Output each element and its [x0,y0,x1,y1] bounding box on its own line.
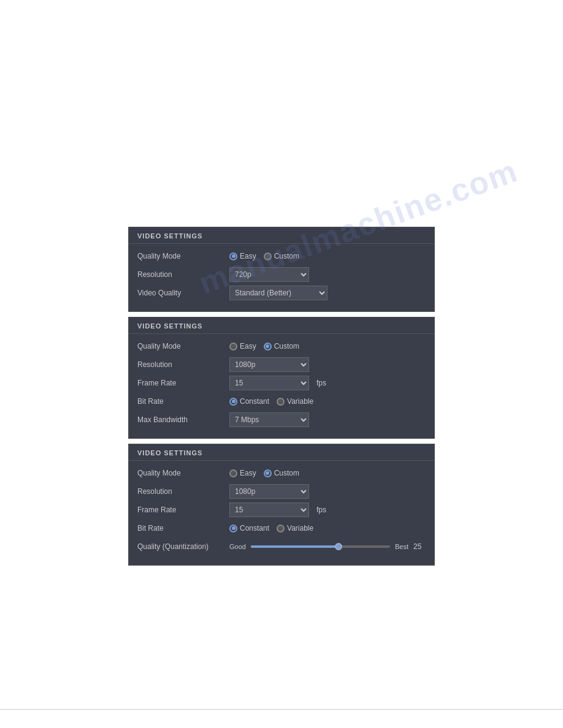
video-quality-label-1: Video Quality [137,289,229,297]
resolution-label-2: Resolution [137,360,229,369]
frame-rate-label-3: Frame Rate [137,506,229,514]
slider-track-3[interactable] [251,545,390,548]
bit-rate-label-3: Bit Rate [137,524,229,533]
panel-title-1: VIDEO SETTINGS [129,227,434,244]
fps-label-3: fps [316,506,326,514]
radio-variable-label-2: Variable [287,397,313,406]
radio-constant-circle-2 [229,398,237,406]
quality-quant-row-3: Quality (Quantization) Good Best 25 [137,539,426,554]
video-settings-panel-1: VIDEO SETTINGS Quality Mode Easy Custom [128,227,435,312]
slider-good-label-3: Good [229,543,246,550]
radio-easy-1[interactable]: Easy [229,252,256,260]
frame-rate-select-3[interactable]: 15 30 60 [229,502,309,517]
quality-mode-label-2: Quality Mode [137,342,229,351]
frame-rate-control-2: 15 30 60 fps [229,376,426,390]
quality-quant-label-3: Quality (Quantization) [137,542,229,551]
panel-body-2: Quality Mode Easy Custom Resolution [129,334,434,438]
bottom-divider [0,709,563,710]
radio-custom-label-1: Custom [274,252,299,260]
quality-mode-row-3: Quality Mode Easy Custom [137,466,426,480]
resolution-select-3[interactable]: 1080p 720p 480p [229,484,309,499]
radio-variable-circle-2 [277,398,285,406]
bit-rate-row-2: Bit Rate Constant Variable [137,394,426,409]
radio-custom-circle-2 [264,343,272,351]
slider-thumb-3[interactable] [335,543,342,550]
quality-mode-controls-2: Easy Custom [229,342,426,351]
quality-mode-label-1: Quality Mode [137,252,229,260]
panel-title-2: VIDEO SETTINGS [129,317,434,334]
quality-mode-row-2: Quality Mode Easy Custom [137,339,426,354]
radio-easy-circle-3 [229,469,237,477]
bit-rate-row-3: Bit Rate Constant Variable [137,521,426,536]
radio-constant-label-2: Constant [240,397,269,406]
radio-constant-2[interactable]: Constant [229,397,269,406]
resolution-row-3: Resolution 1080p 720p 480p [137,484,426,499]
radio-variable-2[interactable]: Variable [277,397,313,406]
radio-variable-label-3: Variable [287,524,313,533]
slider-best-label-3: Best [395,543,408,550]
max-bandwidth-control-2: 7 Mbps 4 Mbps 10 Mbps 15 Mbps [229,412,426,427]
fps-label-2: fps [316,379,326,387]
radio-variable-circle-3 [277,525,285,533]
quality-mode-row-1: Quality Mode Easy Custom [137,249,426,264]
radio-easy-circle-2 [229,343,237,351]
radio-constant-3[interactable]: Constant [229,524,269,533]
panel-body-3: Quality Mode Easy Custom Resolution [129,461,434,565]
video-quality-control-1: Standard (Better) Basic (Good) High (Bes… [229,286,426,300]
radio-easy-label-1: Easy [240,252,256,260]
panel-title-3: VIDEO SETTINGS [129,444,434,461]
radio-constant-circle-3 [229,525,237,533]
resolution-select-1[interactable]: 720p 1080p 480p 360p [229,267,309,282]
quality-mode-label-3: Quality Mode [137,469,229,477]
radio-custom-2[interactable]: Custom [264,342,299,351]
bit-rate-label-2: Bit Rate [137,397,229,406]
bit-rate-controls-2: Constant Variable [229,397,426,406]
quality-mode-controls-3: Easy Custom [229,469,426,477]
resolution-row-2: Resolution 1080p 720p 480p [137,357,426,372]
radio-custom-label-3: Custom [274,469,299,477]
frame-rate-label-2: Frame Rate [137,379,229,387]
radio-custom-1[interactable]: Custom [264,252,299,260]
radio-custom-3[interactable]: Custom [264,469,299,477]
radio-variable-3[interactable]: Variable [277,524,313,533]
video-settings-panel-3: VIDEO SETTINGS Quality Mode Easy Custom [128,444,435,566]
resolution-label-3: Resolution [137,487,229,496]
radio-custom-circle-3 [264,469,272,477]
resolution-label-1: Resolution [137,270,229,279]
frame-rate-select-2[interactable]: 15 30 60 [229,376,309,390]
frame-rate-control-3: 15 30 60 fps [229,502,426,517]
video-settings-panel-2: VIDEO SETTINGS Quality Mode Easy Custom [128,317,435,439]
video-quality-row-1: Video Quality Standard (Better) Basic (G… [137,286,426,300]
radio-custom-label-2: Custom [274,342,299,351]
resolution-control-3: 1080p 720p 480p [229,484,426,499]
radio-custom-circle-1 [264,252,272,260]
radio-easy-label-3: Easy [240,469,256,477]
max-bandwidth-row-2: Max Bandwidth 7 Mbps 4 Mbps 10 Mbps 15 M… [137,412,426,427]
radio-easy-3[interactable]: Easy [229,469,256,477]
bit-rate-controls-3: Constant Variable [229,524,426,533]
max-bandwidth-select-2[interactable]: 7 Mbps 4 Mbps 10 Mbps 15 Mbps [229,412,309,427]
max-bandwidth-label-2: Max Bandwidth [137,415,229,424]
quality-mode-controls-1: Easy Custom [229,252,426,260]
quality-quant-control-3: Good Best 25 [229,542,426,551]
radio-easy-label-2: Easy [240,342,256,351]
resolution-select-2[interactable]: 1080p 720p 480p [229,357,309,372]
radio-constant-label-3: Constant [240,524,269,533]
slider-container-3: Good Best 25 [229,542,426,551]
frame-rate-row-2: Frame Rate 15 30 60 fps [137,376,426,390]
slider-fill-3 [251,545,342,548]
resolution-row-1: Resolution 720p 1080p 480p 360p [137,267,426,282]
resolution-control-2: 1080p 720p 480p [229,357,426,372]
radio-easy-circle-1 [229,252,237,260]
page-content: VIDEO SETTINGS Quality Mode Easy Custom [0,0,563,571]
panel-body-1: Quality Mode Easy Custom Resolution [129,244,434,311]
radio-easy-2[interactable]: Easy [229,342,256,351]
frame-rate-row-3: Frame Rate 15 30 60 fps [137,502,426,517]
slider-value-3: 25 [413,542,426,551]
video-quality-select-1[interactable]: Standard (Better) Basic (Good) High (Bes… [229,286,327,300]
resolution-control-1: 720p 1080p 480p 360p [229,267,426,282]
